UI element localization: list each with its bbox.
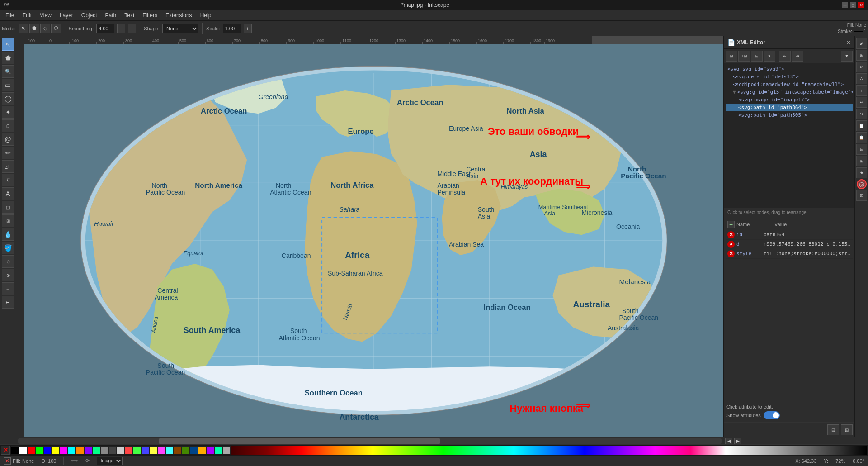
rtool-special-circle[interactable]: ◎: [857, 179, 867, 189]
color-swatch-lightcyan[interactable]: [165, 446, 174, 454]
color-swatch-darkgray[interactable]: [108, 446, 117, 454]
scale-input[interactable]: [223, 24, 241, 33]
color-swatch-black[interactable]: [11, 446, 19, 454]
xml-attr-delete-id[interactable]: ✕: [727, 231, 735, 238]
menu-view[interactable]: View: [36, 11, 55, 19]
color-swatch-lightmagenta[interactable]: [157, 446, 165, 454]
xml-attr-style[interactable]: ✕ style fill:none;stroke:#000000;stroke-…: [726, 249, 853, 259]
xml-attr-d[interactable]: ✕ d m999.57469,266.83012 c 0.15576,0.432…: [726, 240, 853, 249]
color-swatch-yellow[interactable]: [52, 446, 60, 454]
color-gradient-bar[interactable]: [231, 446, 867, 455]
color-swatch-magenta[interactable]: [60, 446, 68, 454]
tool-eraser[interactable]: ⊘: [2, 269, 14, 281]
xml-unindent-btn[interactable]: ⇤: [779, 51, 791, 62]
minimize-button[interactable]: ─: [842, 2, 848, 8]
xml-delete-btn[interactable]: ✕: [764, 51, 775, 62]
color-swatch-olive[interactable]: [182, 446, 190, 454]
horizontal-scrollbar[interactable]: [18, 438, 722, 444]
tool-star[interactable]: ✦: [2, 106, 14, 119]
cusp-mode-btn[interactable]: ◇: [40, 24, 50, 33]
scroll-left-btn[interactable]: ◀: [725, 438, 732, 444]
tool-circle[interactable]: ◯: [2, 92, 14, 105]
rtool-fill-stroke[interactable]: 🖌: [856, 38, 867, 49]
rtool-paste[interactable]: 📋: [856, 132, 867, 143]
scale-inc[interactable]: +: [244, 24, 252, 33]
color-swatch-violet[interactable]: [206, 446, 214, 454]
color-swatch-brown[interactable]: [174, 446, 182, 454]
xml-node-svg[interactable]: <svg:svg id="svg9">: [726, 65, 853, 73]
maximize-button[interactable]: □: [850, 2, 856, 8]
tool-pencil[interactable]: ✏: [2, 147, 14, 159]
tool-mesh[interactable]: ⊞: [2, 214, 14, 227]
color-swatch-salmon[interactable]: [125, 446, 133, 454]
menu-file[interactable]: File: [2, 11, 18, 19]
rtool-clipboard[interactable]: 📋: [856, 120, 867, 131]
color-swatch-red[interactable]: [27, 446, 35, 454]
node-mode-btn[interactable]: ⬟: [29, 24, 39, 33]
xml-node-namedview[interactable]: <sodipodi:namedview id="namedview11">: [726, 81, 853, 88]
tool-pen[interactable]: 🖊: [2, 160, 14, 173]
tool-node[interactable]: ⬟: [2, 52, 14, 64]
rtool-export[interactable]: ↑: [856, 85, 867, 96]
tool-connector[interactable]: ↔: [2, 282, 14, 295]
scroll-right-btn[interactable]: ▶: [734, 438, 741, 444]
window-controls[interactable]: ─ □ ✕: [842, 2, 864, 8]
color-swatch-mint[interactable]: [92, 446, 100, 454]
menu-help[interactable]: Help: [197, 11, 215, 19]
xml-node-image[interactable]: <svg:image id="image17">: [726, 96, 853, 104]
smoothing-input[interactable]: [96, 24, 114, 33]
map-canvas[interactable]: Arctic Ocean Greenland Arctic Ocean Nort…: [24, 44, 723, 437]
select-mode-btn[interactable]: ↖: [19, 24, 28, 33]
tool-select[interactable]: ↖: [2, 38, 14, 51]
xml-new-text-btn[interactable]: T⊞: [738, 51, 750, 62]
smooth-mode-btn[interactable]: ⬡: [51, 24, 61, 33]
rtool-extra[interactable]: ⊡: [856, 190, 867, 201]
xml-close-button[interactable]: ✕: [846, 39, 851, 46]
rtool-layers[interactable]: ⊟: [856, 144, 867, 155]
menu-text[interactable]: Text: [121, 11, 138, 19]
layer-select[interactable]: -Image-: [97, 457, 123, 465]
color-swatch-lightgreen[interactable]: [133, 446, 141, 454]
color-swatch-lime[interactable]: [35, 446, 43, 454]
color-swatch-emerald[interactable]: [214, 446, 222, 454]
color-swatch-blue[interactable]: [43, 446, 52, 454]
color-swatch-gray[interactable]: [100, 446, 108, 454]
xml-new-element-btn[interactable]: ⊞: [726, 51, 737, 62]
fill-status[interactable]: ✕ Fill: None: [4, 457, 34, 465]
close-button[interactable]: ✕: [858, 2, 864, 8]
canvas-area[interactable]: -100 0 100 200 300 400 500 600 7: [16, 36, 723, 437]
xml-menu-btn[interactable]: ▼: [841, 51, 853, 62]
color-swatch-orange[interactable]: [76, 446, 84, 454]
color-swatch-lightyellow[interactable]: [149, 446, 157, 454]
menu-path[interactable]: Path: [102, 11, 120, 19]
xml-node-g[interactable]: ▼ <svg:g id="g15" inkscape:label="Image"…: [726, 88, 853, 96]
tool-paint-bucket[interactable]: 🪣: [2, 242, 14, 254]
color-swatch-silver[interactable]: [222, 446, 231, 454]
menu-filters[interactable]: Filters: [139, 11, 161, 19]
rtool-undo[interactable]: ↩: [856, 97, 867, 108]
tool-dropper[interactable]: 💧: [2, 228, 14, 241]
xml-add-attr-btn[interactable]: +: [727, 221, 735, 228]
smoothing-inc[interactable]: +: [128, 24, 136, 33]
color-swatch-cyan[interactable]: [68, 446, 76, 454]
tool-gradient[interactable]: ◫: [2, 201, 14, 214]
color-swatch-purple[interactable]: [84, 446, 92, 454]
tool-calligraphy[interactable]: 𝓑: [2, 174, 14, 186]
rtool-redo[interactable]: ↪: [856, 109, 867, 119]
color-swatch-navy[interactable]: [190, 446, 198, 454]
rtool-objects[interactable]: ⊞: [856, 156, 867, 166]
tool-rect[interactable]: ▭: [2, 79, 14, 91]
menu-extensions[interactable]: Extensions: [162, 11, 196, 19]
xml-show-attrs-toggle[interactable]: [764, 411, 780, 419]
xml-tree[interactable]: <svg:svg id="svg9"> <svg:defs id="defs13…: [724, 63, 854, 208]
color-swatch-white[interactable]: [19, 446, 27, 454]
rtool-align[interactable]: ⊞: [856, 50, 867, 61]
rtool-transform[interactable]: ⟳: [856, 62, 867, 72]
color-swatch-lightgray[interactable]: [117, 446, 125, 454]
rtool-symbols[interactable]: ★: [856, 167, 867, 178]
tool-text[interactable]: A: [2, 187, 14, 200]
scrollbar-thumb[interactable]: [159, 438, 440, 444]
xml-node-path505[interactable]: <svg:path id="path505">: [726, 111, 853, 119]
tool-spray[interactable]: ⊙: [2, 255, 14, 268]
xml-attr-id[interactable]: ✕ id path364: [726, 230, 853, 240]
